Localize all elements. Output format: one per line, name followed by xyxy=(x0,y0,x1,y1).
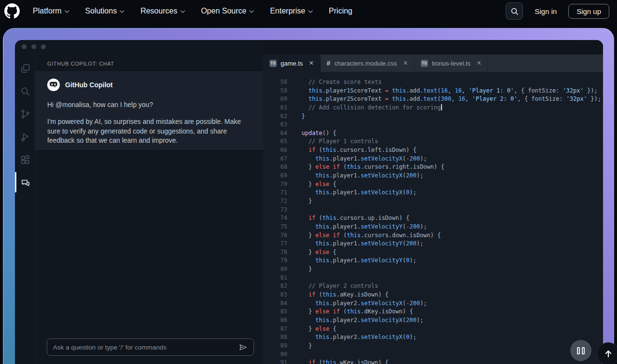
code-line[interactable]: 60 this.player2ScoreText = this.add.text… xyxy=(263,95,603,104)
chat-greeting: Hi @monalisa, how can I help you? xyxy=(47,100,252,109)
github-mark-icon xyxy=(4,3,20,19)
code-line[interactable]: 68 } else if (this.cursors.right.isDown)… xyxy=(263,163,603,172)
close-icon[interactable]: × xyxy=(477,59,481,67)
copilot-avatar xyxy=(47,79,60,91)
tab-characters.module.css[interactable]: #characters.module.css× xyxy=(321,54,415,72)
gradient-backdrop: GITHUB COPILOT: CHAT GitHub Copilot Hi @… xyxy=(3,28,614,364)
nav-item-platform[interactable]: Platform xyxy=(33,7,69,15)
sidebar-item-extensions[interactable] xyxy=(15,151,35,168)
code-text: this.player2.setVelocityX(200); xyxy=(295,316,423,325)
code-text: } xyxy=(295,197,312,206)
scroll-to-top-button[interactable] xyxy=(597,342,617,364)
code-line[interactable]: 70 } else { xyxy=(263,180,603,189)
bot-name: GitHub Copilot xyxy=(65,81,113,89)
code-line[interactable]: 84 this.player2.setVelocityX(-200); xyxy=(263,299,603,308)
line-number: 77 xyxy=(263,240,287,248)
send-icon[interactable] xyxy=(239,343,248,352)
code-area[interactable]: 58 // Create score texts59 this.player1S… xyxy=(263,72,603,364)
code-line[interactable]: 65 // Player 1 controls xyxy=(263,137,603,146)
code-line[interactable]: 90 xyxy=(263,351,603,359)
copilot-avatar-icon xyxy=(47,79,60,91)
code-line[interactable]: 77 this.player1.setVelocityY(200); xyxy=(263,240,603,248)
typescript-file-icon: TS xyxy=(269,60,277,67)
arrow-up-icon xyxy=(604,349,613,359)
github-logo[interactable] xyxy=(4,3,20,19)
code-line[interactable]: 71 this.player1.setVelocityX(0); xyxy=(263,189,603,197)
code-line[interactable]: 91 if (this.wKey.isDown) { xyxy=(263,359,603,364)
sidebar-item-run-debug[interactable] xyxy=(15,128,35,146)
line-number: 79 xyxy=(263,256,287,265)
line-number: 87 xyxy=(263,325,287,334)
close-icon[interactable]: × xyxy=(309,59,313,67)
code-line[interactable]: 69 this.player1.setVelocityX(200); xyxy=(263,172,603,180)
line-number: 74 xyxy=(263,214,287,223)
nav-item-enterprise[interactable]: Enterprise xyxy=(270,7,313,15)
code-text: if (this.wKey.isDown) { xyxy=(295,359,389,364)
code-line[interactable]: 89 } xyxy=(263,342,603,351)
code-line[interactable]: 80 } xyxy=(263,265,603,274)
bot-row: GitHub Copilot xyxy=(47,79,252,91)
sidebar-item-explorer[interactable] xyxy=(15,60,35,77)
nav-item-label: Solutions xyxy=(85,7,117,15)
code-line[interactable]: 81 xyxy=(263,274,603,283)
code-line[interactable]: 86 this.player2.setVelocityX(200); xyxy=(263,316,603,325)
code-line[interactable]: 76 } else if (this.cursors.down.isDown) … xyxy=(263,231,603,240)
code-line[interactable]: 72 } xyxy=(263,197,603,206)
nav-item-label: Platform xyxy=(33,7,62,15)
code-text: this.player2.setVelocityX(-200); xyxy=(295,299,427,308)
pause-animation-button[interactable] xyxy=(570,340,591,361)
nav-item-open-source[interactable]: Open Source xyxy=(201,7,254,15)
line-number: 76 xyxy=(263,231,287,240)
chevron-down-icon xyxy=(308,10,313,13)
tab-game.ts[interactable]: TSgame.ts× xyxy=(263,54,321,72)
search-button[interactable] xyxy=(506,2,523,20)
line-number: 69 xyxy=(263,172,287,180)
code-line[interactable]: 67 this.player1.setVelocityX(-200); xyxy=(263,155,603,163)
line-number: 75 xyxy=(263,223,287,231)
code-text: } else if (this.cursors.down.isDown) { xyxy=(295,231,441,240)
tab-bonus-level.ts[interactable]: TSbonus-level.ts× xyxy=(415,54,488,72)
copilot-chat-icon xyxy=(20,177,31,188)
code-line[interactable]: 61 // Add collision detection for scorin… xyxy=(263,104,603,112)
code-line[interactable]: 83 if (this.aKey.isDown) { xyxy=(263,291,603,299)
code-line[interactable]: 75 this.player1.setVelocityY(-200); xyxy=(263,223,603,231)
code-line[interactable]: 85 } else if (this.dKey.isDown) { xyxy=(263,308,603,316)
code-line[interactable]: 87 } else { xyxy=(263,325,603,334)
code-line[interactable]: 78 } else { xyxy=(263,248,603,257)
nav-item-resources[interactable]: Resources xyxy=(140,7,185,15)
code-text: this.player1ScoreText = this.add.text(16… xyxy=(295,87,598,95)
code-line[interactable]: 62 } xyxy=(263,112,603,121)
code-line[interactable]: 73 xyxy=(263,206,603,215)
nav-item-pricing[interactable]: Pricing xyxy=(329,7,352,15)
sidebar-item-search[interactable] xyxy=(15,82,35,100)
line-number: 61 xyxy=(263,104,287,112)
chat-input[interactable] xyxy=(53,344,239,351)
code-line[interactable]: 74 if (this.cursors.up.isDown) { xyxy=(263,214,603,223)
code-line[interactable]: 66 if (this.cursors.left.isDown) { xyxy=(263,146,603,155)
code-line[interactable]: 82 // Player 2 controls xyxy=(263,282,603,291)
code-line[interactable]: 58 // Create score texts xyxy=(263,78,603,87)
sidebar-item-source-control[interactable] xyxy=(15,105,35,122)
sidebar-item-copilot-chat[interactable] xyxy=(15,174,35,191)
code-line[interactable]: 63 xyxy=(263,121,603,129)
line-number: 78 xyxy=(263,248,287,257)
code-text: this.player1.setVelocityX(200); xyxy=(295,172,423,180)
code-line[interactable]: 59 this.player1ScoreText = this.add.text… xyxy=(263,87,603,95)
code-line[interactable]: 64 update() { xyxy=(263,129,603,138)
chat-input-box[interactable] xyxy=(47,338,254,356)
nav-item-solutions[interactable]: Solutions xyxy=(85,7,125,15)
tab-label: characters.module.css xyxy=(334,60,397,67)
code-line[interactable]: 88 this.player2.setVelocityX(0); xyxy=(263,333,603,342)
extensions-icon xyxy=(20,154,31,165)
code-text: } else { xyxy=(295,248,336,257)
sign-up-button[interactable]: Sign up xyxy=(568,4,609,19)
tab-bar: TSgame.ts×#characters.module.css×TSbonus… xyxy=(263,54,603,72)
chat-panel-title: GITHUB COPILOT: CHAT xyxy=(35,56,263,72)
nav-item-label: Enterprise xyxy=(270,7,305,15)
sign-in-link[interactable]: Sign in xyxy=(535,7,557,15)
close-icon[interactable]: × xyxy=(403,59,407,67)
line-number: 70 xyxy=(263,180,287,189)
line-number: 85 xyxy=(263,308,287,316)
code-text: if (this.cursors.up.isDown) { xyxy=(295,214,409,223)
code-line[interactable]: 79 this.player1.setVelocityY(0); xyxy=(263,256,603,265)
